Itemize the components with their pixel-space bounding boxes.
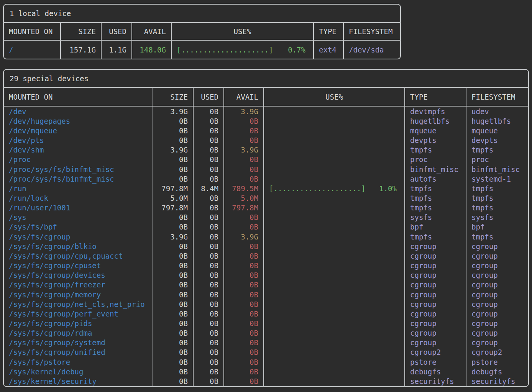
avail-cell: 0B — [223, 155, 263, 164]
used-cell: 0B — [193, 280, 223, 290]
used-cell: 0B — [193, 367, 223, 376]
avail-cell: 3.9G — [223, 232, 263, 241]
filesystem-cell: tmpfs — [466, 184, 528, 193]
mount-cell: /sys/fs/cgroup/freezer — [4, 280, 153, 290]
type-cell: tmpfs — [404, 203, 466, 213]
used-cell: 0B — [193, 328, 223, 338]
filesystem-cell: cgroup — [466, 261, 528, 271]
mount-cell: /sys/kernel/security — [4, 376, 153, 386]
used-cell: 0B — [193, 318, 223, 328]
size-cell: 0B — [153, 251, 193, 261]
type-cell: cgroup — [404, 261, 466, 271]
avail-cell: 0B — [223, 174, 263, 184]
table-row: /sys/fs/cgroup/net_cls,net_prio0B0B0Bcgr… — [4, 299, 528, 309]
avail-cell: 0B — [223, 251, 263, 261]
local-devices-body: /157.1G1.1G148.0G[....................]0… — [4, 41, 400, 59]
special-devices-title: 29 special devices — [4, 70, 528, 88]
used-cell: 8.4M — [193, 184, 223, 193]
used-cell: 0B — [193, 241, 223, 251]
avail-cell: 0B — [223, 213, 263, 222]
filesystem-cell: proc — [466, 155, 528, 164]
filesystem-cell: tmpfs — [466, 232, 528, 241]
mount-cell: /sys/fs/cgroup/memory — [4, 290, 153, 299]
used-cell: 0B — [193, 251, 223, 261]
column-header-use-percent: USE% — [171, 23, 313, 40]
usage-cell — [263, 367, 404, 376]
type-cell: binfmt_misc — [404, 164, 466, 174]
local-devices-table: 1 local device MOUNTED ON SIZE USED AVAI… — [3, 4, 401, 59]
mount-cell: /sys/fs/cgroup — [4, 232, 153, 241]
used-cell: 0B — [193, 376, 223, 386]
filesystem-cell: devpts — [466, 135, 528, 145]
type-cell: cgroup — [404, 290, 466, 299]
filesystem-cell: cgroup2 — [466, 348, 528, 357]
special-devices-table: 29 special devices MOUNTED ON SIZE USED … — [3, 69, 529, 387]
used-cell: 0B — [193, 164, 223, 174]
size-cell: 0B — [153, 290, 193, 299]
mount-cell: /sys/fs/cgroup/perf_event — [4, 309, 153, 318]
table-row: /dev/mqueue0B0B0Bmqueuemqueue — [4, 126, 528, 135]
used-cell: 0B — [193, 299, 223, 309]
size-cell: 797.8M — [153, 184, 193, 193]
filesystem-cell: tmpfs — [466, 203, 528, 213]
usage-cell — [263, 309, 404, 318]
avail-cell: 0B — [223, 241, 263, 251]
type-cell: cgroup — [404, 328, 466, 338]
size-cell: 0B — [153, 116, 193, 126]
filesystem-cell: sysfs — [466, 213, 528, 222]
avail-cell: 0B — [223, 116, 263, 126]
mount-cell: /dev — [4, 107, 153, 116]
size-cell: 3.9G — [153, 232, 193, 241]
filesystem-cell: cgroup — [466, 338, 528, 348]
type-cell: securityfs — [404, 376, 466, 386]
type-cell: cgroup — [404, 271, 466, 280]
mount-cell: /sys/fs/bpf — [4, 222, 153, 232]
type-cell: ext4 — [313, 41, 343, 59]
size-cell: 5.0M — [153, 193, 193, 203]
usage-cell: [....................]0.7% — [171, 41, 313, 59]
avail-cell: 5.0M — [223, 193, 263, 203]
used-cell: 0B — [193, 232, 223, 241]
table-row: /sys0B0B0Bsysfssysfs — [4, 213, 528, 222]
column-header-mounted-on: MOUNTED ON — [4, 23, 60, 40]
avail-cell: 148.0G — [131, 41, 171, 59]
table-row: /sys/fs/cgroup/systemd0B0B0Bcgroupcgroup — [4, 338, 528, 348]
usage-cell — [263, 107, 404, 116]
used-cell: 0B — [193, 193, 223, 203]
special-devices-body: /dev3.9G0B3.9Gdevtmpfsudev/dev/hugepages… — [4, 107, 528, 386]
mount-cell: /sys — [4, 213, 153, 222]
table-row: /sys/fs/pstore0B0B0Bpstorepstore — [4, 357, 528, 367]
used-cell: 0B — [193, 155, 223, 164]
used-cell: 1.1G — [101, 41, 131, 59]
usage-cell — [263, 357, 404, 367]
type-cell: cgroup — [404, 241, 466, 251]
used-cell: 0B — [193, 145, 223, 155]
filesystem-cell: tmpfs — [466, 193, 528, 203]
size-cell: 157.1G — [60, 41, 101, 59]
usage-cell: [....................]1.0% — [263, 184, 404, 193]
usage-bar: [....................] — [269, 184, 366, 193]
usage-cell — [263, 174, 404, 184]
size-cell: 0B — [153, 241, 193, 251]
mount-cell: /run/lock — [4, 193, 153, 203]
table-row: /run/lock5.0M0B5.0Mtmpfstmpfs — [4, 193, 528, 203]
avail-cell: 0B — [223, 222, 263, 232]
filesystem-cell: debugfs — [466, 367, 528, 376]
table-row: /dev3.9G0B3.9Gdevtmpfsudev — [4, 107, 528, 116]
size-cell: 0B — [153, 348, 193, 357]
mount-cell: /sys/kernel/debug — [4, 367, 153, 376]
type-cell: bpf — [404, 222, 466, 232]
table-row: /sys/kernel/debug0B0B0Bdebugfsdebugfs — [4, 367, 528, 376]
mount-cell: /dev/shm — [4, 145, 153, 155]
filesystem-cell: bpf — [466, 222, 528, 232]
size-cell: 0B — [153, 174, 193, 184]
mount-cell: /sys/fs/cgroup/rdma — [4, 328, 153, 338]
column-header-filesystem: FILESYSTEM — [343, 23, 400, 40]
used-cell: 0B — [193, 174, 223, 184]
size-cell: 0B — [153, 271, 193, 280]
mount-cell: /sys/fs/cgroup/systemd — [4, 338, 153, 348]
usage-cell — [263, 348, 404, 357]
usage-bar: [....................] — [177, 46, 273, 54]
used-cell: 0B — [193, 222, 223, 232]
usage-cell — [263, 126, 404, 135]
